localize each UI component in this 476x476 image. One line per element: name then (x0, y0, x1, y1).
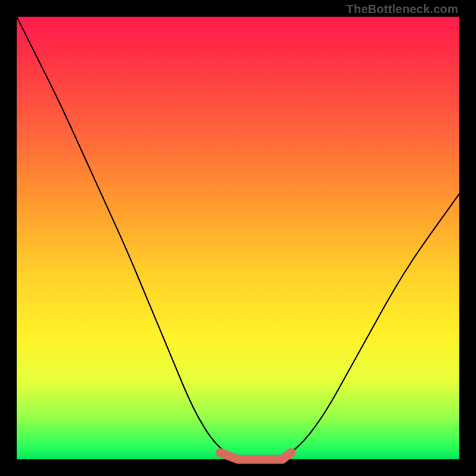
accent-valley-segment (220, 453, 291, 459)
bottleneck-curve (17, 17, 459, 459)
gradient-plot-area (17, 17, 459, 459)
curve-svg (17, 17, 459, 459)
watermark-text: TheBottleneck.com (346, 2, 458, 16)
chart-frame: TheBottleneck.com (0, 0, 476, 476)
